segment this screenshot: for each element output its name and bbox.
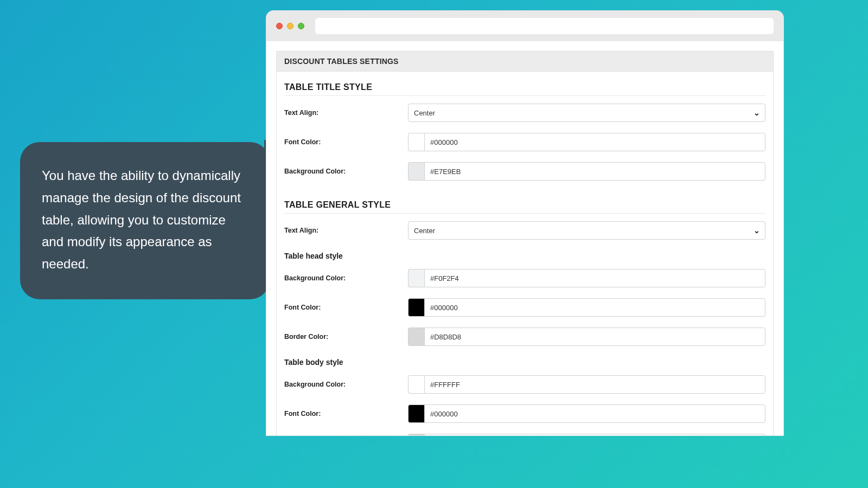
head-border-input [408, 328, 765, 346]
section-heading: TABLE GENERAL STYLE [284, 197, 765, 214]
label-background-color: Background Color: [284, 381, 400, 388]
background-color-field[interactable] [424, 162, 765, 181]
color-swatch[interactable] [408, 162, 424, 181]
app-window: DISCOUNT TABLES SETTINGS TABLE TITLE STY… [266, 10, 784, 436]
label-background-color: Background Color: [284, 168, 400, 175]
color-swatch[interactable] [408, 375, 424, 394]
callout-text: You have the ability to dynamically mana… [42, 168, 241, 271]
body-font-input [408, 404, 765, 423]
head-font-input [408, 298, 765, 317]
label-text-align: Text Align: [284, 109, 400, 117]
body-border-input [408, 434, 765, 435]
text-align-select-wrap: ⌄ [408, 104, 765, 122]
row-font-color: Font Color: [284, 127, 765, 157]
row-head-font: Font Color: [284, 293, 765, 322]
body-font-field[interactable] [424, 404, 765, 423]
window-maximize-icon[interactable] [298, 23, 304, 29]
text-align-select[interactable] [408, 221, 765, 240]
head-font-field[interactable] [424, 298, 765, 317]
info-callout: You have the ability to dynamically mana… [20, 142, 270, 299]
row-body-bg: Background Color: [284, 370, 765, 399]
row-head-border: Border Color: [284, 322, 765, 351]
color-swatch[interactable] [408, 404, 424, 423]
section-heading: TABLE TITLE STYLE [284, 79, 765, 96]
label-text-align: Text Align: [284, 227, 400, 234]
color-swatch[interactable] [408, 434, 424, 435]
color-swatch[interactable] [408, 298, 424, 317]
label-font-color: Font Color: [284, 138, 400, 146]
content-area: DISCOUNT TABLES SETTINGS TABLE TITLE STY… [266, 41, 783, 435]
label-font-color: Font Color: [284, 410, 400, 418]
window-titlebar [266, 11, 783, 41]
url-bar[interactable] [315, 18, 774, 34]
row-text-align: Text Align: ⌄ [284, 98, 765, 127]
color-swatch[interactable] [408, 133, 424, 151]
color-swatch[interactable] [408, 328, 424, 346]
color-swatch[interactable] [408, 269, 424, 287]
row-text-align: Text Align: ⌄ [284, 216, 765, 245]
font-color-input [408, 133, 765, 151]
section-table-title-style: TABLE TITLE STYLE Text Align: ⌄ Font Col… [276, 72, 774, 186]
label-background-color: Background Color: [284, 274, 400, 282]
head-border-field[interactable] [424, 328, 765, 346]
text-align-select[interactable] [408, 104, 765, 122]
body-border-field[interactable] [424, 434, 765, 435]
body-bg-input [408, 375, 765, 394]
panel-title: DISCOUNT TABLES SETTINGS [276, 51, 774, 72]
row-background-color: Background Color: [284, 157, 765, 186]
head-bg-input [408, 269, 765, 287]
row-head-bg: Background Color: [284, 264, 765, 293]
label-border-color: Border Color: [284, 333, 400, 341]
font-color-field[interactable] [424, 133, 765, 151]
section-table-general-style: TABLE GENERAL STYLE Text Align: ⌄ Table … [276, 186, 774, 435]
row-body-font: Font Color: [284, 399, 765, 428]
subsection-head-style: Table head style [284, 245, 765, 264]
text-align-select-wrap: ⌄ [408, 221, 765, 240]
row-body-border: Border Color: [284, 428, 765, 435]
head-bg-field[interactable] [424, 269, 765, 287]
window-close-icon[interactable] [276, 23, 283, 29]
label-font-color: Font Color: [284, 304, 400, 311]
window-minimize-icon[interactable] [287, 23, 293, 29]
body-bg-field[interactable] [424, 375, 765, 394]
subsection-body-style: Table body style [284, 351, 765, 370]
background-color-input [408, 162, 765, 181]
